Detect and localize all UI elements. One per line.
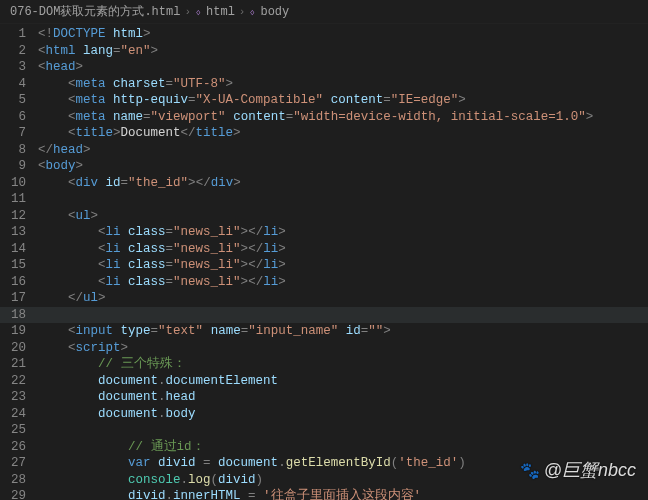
code-line[interactable] xyxy=(38,307,648,324)
code-line[interactable]: <head> xyxy=(38,59,648,76)
code-line[interactable]: <ul> xyxy=(38,208,648,225)
symbol-icon: ⬨ xyxy=(195,6,202,18)
line-number-gutter: 1234567891011121314151617181920212223242… xyxy=(0,24,38,500)
code-line[interactable]: <script> xyxy=(38,340,648,357)
breadcrumb[interactable]: 076-DOM获取元素的方式.html › ⬨ html › ⬨ body xyxy=(0,0,648,24)
code-line[interactable]: <li class="news_li"></li> xyxy=(38,241,648,258)
chevron-right-icon: › xyxy=(184,6,191,18)
code-line[interactable]: document.body xyxy=(38,406,648,423)
code-line[interactable]: <li class="news_li"></li> xyxy=(38,257,648,274)
code-line[interactable]: <input type="text" name="input_name" id=… xyxy=(38,323,648,340)
code-line[interactable]: document.head xyxy=(38,389,648,406)
breadcrumb-file[interactable]: 076-DOM获取元素的方式.html xyxy=(10,3,180,20)
code-line[interactable]: <div id="the_id"></div> xyxy=(38,175,648,192)
code-line[interactable]: <title>Document</title> xyxy=(38,125,648,142)
code-line[interactable]: <meta http-equiv="X-UA-Compatible" conte… xyxy=(38,92,648,109)
watermark-text: @巨蟹nbcc xyxy=(544,458,636,482)
paw-icon: 🐾 xyxy=(520,461,540,480)
code-line[interactable]: // 通过id： xyxy=(38,439,648,456)
code-line[interactable]: <html lang="en"> xyxy=(38,43,648,60)
breadcrumb-node[interactable]: html xyxy=(206,5,235,19)
code-line[interactable]: <li class="news_li"></li> xyxy=(38,274,648,291)
code-editor[interactable]: 1234567891011121314151617181920212223242… xyxy=(0,24,648,500)
watermark: 🐾 @巨蟹nbcc xyxy=(520,458,636,482)
symbol-icon: ⬨ xyxy=(249,6,256,18)
breadcrumb-node[interactable]: body xyxy=(260,5,289,19)
code-line[interactable]: </head> xyxy=(38,142,648,159)
code-area[interactable]: <!DOCTYPE html><html lang="en"><head> <m… xyxy=(38,24,648,500)
code-line[interactable] xyxy=(38,422,648,439)
code-line[interactable]: // 三个特殊： xyxy=(38,356,648,373)
code-line[interactable]: <meta name="viewport" content="width=dev… xyxy=(38,109,648,126)
code-line[interactable]: <li class="news_li"></li> xyxy=(38,224,648,241)
code-line[interactable]: <meta charset="UTF-8"> xyxy=(38,76,648,93)
chevron-right-icon: › xyxy=(239,6,246,18)
code-line[interactable] xyxy=(38,191,648,208)
code-line[interactable]: document.documentElement xyxy=(38,373,648,390)
code-line[interactable]: <!DOCTYPE html> xyxy=(38,26,648,43)
code-line[interactable]: </ul> xyxy=(38,290,648,307)
code-line[interactable]: <body> xyxy=(38,158,648,175)
code-line[interactable]: divid.innerHTML = '往盒子里面插入这段内容' xyxy=(38,488,648,500)
